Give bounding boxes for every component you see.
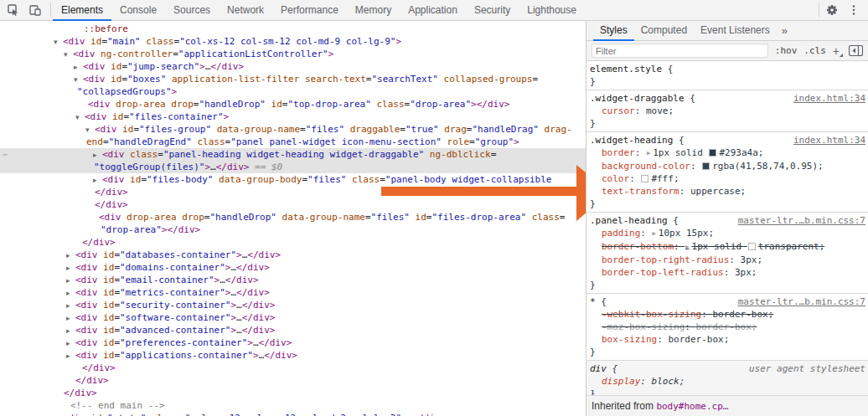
- css-rule[interactable]: .panel-heading {master-ltr.…b.min.css:7p…: [586, 213, 868, 294]
- device-toolbar-icon[interactable]: [24, 0, 46, 20]
- inherited-node-link[interactable]: body#home.cp…: [656, 401, 728, 412]
- dom-tree-row[interactable]: ⋯▸<div class="panel-heading widget-headi…: [0, 148, 586, 161]
- css-property[interactable]: text-transform: uppercase;: [590, 185, 865, 198]
- color-swatch[interactable]: [641, 175, 648, 182]
- expand-arrow-icon[interactable]: ▸: [66, 337, 70, 350]
- collapse-arrow-icon[interactable]: ▾: [85, 124, 90, 136]
- collapse-arrow-icon[interactable]: ▾: [74, 74, 78, 86]
- node-overflow-menu-icon[interactable]: ⋯: [3, 148, 8, 161]
- tab-memory[interactable]: Memory: [347, 0, 400, 21]
- stylesheet-source-link[interactable]: master-ltr.…b.min.css:7: [738, 295, 865, 308]
- dom-tree-row[interactable]: ▸<div id="files-body" data-group-body="f…: [0, 173, 586, 186]
- dom-tree-row[interactable]: <!-- end main -->: [0, 399, 586, 412]
- css-rule[interactable]: .widget-heading {index.html:34border: ▶1…: [586, 132, 868, 213]
- dom-tree-row[interactable]: ▸<div id="preferences-container">…</div>: [0, 336, 586, 349]
- dom-tree-row[interactable]: ▸<div id="security-container">…</div>: [0, 299, 586, 311]
- expand-arrow-icon[interactable]: ▸: [66, 262, 70, 275]
- sidebar-tab-styles[interactable]: Styles: [593, 21, 634, 41]
- expand-arrow-icon[interactable]: ▸: [66, 287, 70, 300]
- dom-tree-row[interactable]: end="handleDragEnd" class="panel panel-w…: [0, 136, 586, 148]
- toggle-element-state-button[interactable]: :hov: [775, 45, 798, 56]
- dom-tree-row[interactable]: "drop-area"></div>: [0, 223, 586, 236]
- inspect-element-icon[interactable]: [3, 0, 24, 20]
- css-property[interactable]: border-top-left-radius: 3px;: [590, 266, 865, 279]
- dom-tree-row[interactable]: ▾<div id="boxes" application-list-filter…: [0, 73, 586, 85]
- expand-arrow-icon[interactable]: ▸: [66, 350, 70, 362]
- more-options-kebab-icon[interactable]: [843, 0, 865, 20]
- dom-tree-row[interactable]: </div>: [0, 374, 586, 387]
- dom-tree-row[interactable]: ▾<div id="files-container">: [0, 110, 586, 123]
- dom-tree-row[interactable]: ▸<div id="jump-search">…</div>: [0, 60, 586, 73]
- new-style-rule-button[interactable]: +: [833, 44, 842, 58]
- tab-lighthouse[interactable]: Lighthouse: [519, 0, 585, 21]
- expand-arrow-icon[interactable]: ▸: [66, 325, 70, 337]
- dom-tree-row[interactable]: ▸<div id="advanced-container">…</div>: [0, 324, 586, 336]
- element-classes-button[interactable]: .cls: [803, 45, 826, 56]
- tab-elements[interactable]: Elements: [53, 0, 111, 21]
- tab-application[interactable]: Application: [400, 0, 466, 21]
- dom-tree-row[interactable]: ▾<div ng-controller="applicationListCont…: [0, 48, 586, 60]
- collapse-arrow-icon[interactable]: ▾: [54, 36, 58, 49]
- collapse-arrow-icon[interactable]: ▾: [75, 111, 80, 124]
- tab-security[interactable]: Security: [466, 0, 519, 21]
- css-property[interactable]: background-color: rgba(41,58,74,0.95);: [590, 160, 865, 172]
- expand-arrow-icon[interactable]: ▸: [54, 413, 58, 416]
- expand-arrow-icon[interactable]: ▸: [66, 249, 70, 262]
- css-rule[interactable]: element.style {}: [586, 61, 868, 90]
- more-tabs-chevron-icon[interactable]: »: [777, 24, 793, 37]
- styles-filter-input[interactable]: [592, 44, 768, 58]
- color-swatch[interactable]: [702, 162, 710, 170]
- color-swatch[interactable]: [748, 243, 756, 250]
- tab-sources[interactable]: Sources: [165, 0, 219, 21]
- dom-tree-row[interactable]: "toggleGroup(files)">…</div> == $0: [0, 161, 586, 173]
- stylesheet-source-link[interactable]: index.html:34: [793, 92, 865, 105]
- dom-tree-row[interactable]: ▸<div id="domains-container">…</div>: [0, 261, 586, 274]
- css-property[interactable]: padding: ▶10px 15px;: [590, 227, 865, 240]
- css-property[interactable]: cursor: move;: [590, 105, 865, 117]
- color-swatch[interactable]: [709, 149, 716, 157]
- dom-tree-row[interactable]: </div>: [0, 236, 586, 249]
- expand-arrow-icon[interactable]: ▸: [66, 275, 70, 287]
- expand-arrow-icon[interactable]: ▸: [93, 149, 97, 162]
- sidebar-tab-event-listeners[interactable]: Event Listeners: [694, 21, 777, 41]
- dom-tree-row[interactable]: ▸<div id="applications-container">…</div…: [0, 349, 586, 362]
- stylesheet-source-link[interactable]: master-ltr.…b.min.css:7: [738, 214, 865, 227]
- dom-tree-row[interactable]: </div>: [0, 198, 586, 211]
- settings-gear-icon[interactable]: [821, 0, 843, 20]
- css-property[interactable]: border: ▶1px solid #293a4a;: [590, 146, 865, 160]
- expand-arrow-icon[interactable]: ▸: [66, 300, 70, 312]
- css-property[interactable]: -webkit-box-sizing: border-box;: [590, 308, 865, 321]
- expand-arrow-icon[interactable]: ▸: [74, 61, 78, 74]
- tab-console[interactable]: Console: [111, 0, 165, 21]
- css-rule[interactable]: div {user agent stylesheetdisplay: block…: [586, 361, 868, 395]
- dom-tree-row[interactable]: </div>: [0, 186, 586, 198]
- dom-tree-row[interactable]: ▸<div id="databases-container">…</div>: [0, 249, 586, 261]
- stylesheet-source-link[interactable]: index.html:34: [793, 134, 865, 146]
- dom-tree-row[interactable]: </div>: [0, 387, 586, 399]
- expand-shorthand-icon[interactable]: ▶: [647, 150, 650, 157]
- dom-tree-row[interactable]: <div drop-area drop="handleDrop" id="top…: [0, 98, 586, 110]
- dom-tree-row[interactable]: ▸<div id="email-container">…</div>: [0, 274, 586, 286]
- expand-arrow-icon[interactable]: ▸: [66, 312, 70, 325]
- tab-network[interactable]: Network: [219, 0, 272, 21]
- dom-tree-row[interactable]: ▾<div id="main" class="col-xs-12 col-sm-…: [0, 35, 586, 48]
- dom-tree-row[interactable]: <div drop-area drop="handleDrop" data-gr…: [0, 211, 586, 223]
- dom-tree-row[interactable]: ::before: [0, 23, 586, 35]
- toggle-sidebar-pane-icon[interactable]: [849, 45, 863, 56]
- tab-performance[interactable]: Performance: [272, 0, 347, 21]
- expand-arrow-icon[interactable]: ▸: [93, 174, 97, 187]
- expand-shorthand-icon[interactable]: ▶: [685, 244, 689, 250]
- dom-tree-row[interactable]: "collapsedGroups">: [0, 85, 586, 98]
- css-property[interactable]: border-bottom: ▶1px solid transparent;: [590, 240, 865, 254]
- css-property[interactable]: -moz-box-sizing: border-box;: [590, 321, 865, 333]
- dom-tree-row[interactable]: ▸<div id="stats" class="col-xs-12 col-sm…: [0, 412, 586, 416]
- dom-tree-row[interactable]: ▸<div id="software-container">…</div>: [0, 311, 586, 324]
- css-property[interactable]: box-sizing: border-box;: [590, 333, 865, 346]
- dom-tree-row[interactable]: ▾<div id="files-group" data-group-name="…: [0, 123, 586, 136]
- dom-tree-row[interactable]: ▸<div id="metrics-container">…</div>: [0, 286, 586, 299]
- css-property[interactable]: display: block;: [590, 375, 865, 388]
- collapse-arrow-icon[interactable]: ▾: [64, 49, 68, 61]
- expand-shorthand-icon[interactable]: ▶: [653, 230, 656, 237]
- sidebar-tab-computed[interactable]: Computed: [634, 21, 694, 41]
- css-property[interactable]: color: #fff;: [590, 172, 865, 185]
